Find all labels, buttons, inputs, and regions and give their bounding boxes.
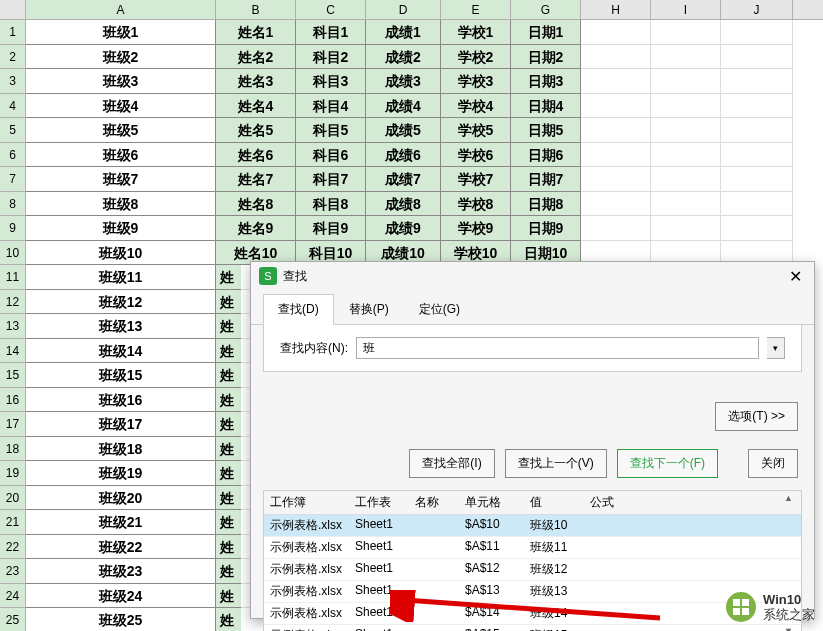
cell[interactable]: 学校5 [441,118,511,143]
row-header[interactable]: 19 [0,461,26,486]
cell[interactable]: 科目9 [296,216,366,241]
cell[interactable]: 日期1 [511,20,581,45]
cell[interactable]: 班级24 [26,584,216,609]
row-header[interactable]: 20 [0,486,26,511]
cell[interactable]: 成绩3 [366,69,441,94]
cell[interactable]: 班级17 [26,412,216,437]
cell[interactable] [651,20,721,45]
col-cell[interactable]: 单元格 [459,491,524,514]
cell[interactable] [721,20,793,45]
cell[interactable] [651,167,721,192]
cell[interactable]: 班级7 [26,167,216,192]
cell[interactable] [581,45,651,70]
cell[interactable]: 姓 [216,314,241,339]
cell[interactable]: 姓名2 [216,45,296,70]
row-header[interactable]: 23 [0,559,26,584]
row-header[interactable]: 14 [0,339,26,364]
cell[interactable]: 学校6 [441,143,511,168]
cell[interactable]: 班级9 [26,216,216,241]
cell[interactable]: 姓 [216,265,241,290]
cell[interactable]: 班级15 [26,363,216,388]
cell[interactable]: 班级5 [26,118,216,143]
row-header[interactable]: 8 [0,192,26,217]
dialog-titlebar[interactable]: S 查找 ✕ [251,262,814,290]
col-header-D[interactable]: D [366,0,441,19]
cell[interactable]: 姓 [216,363,241,388]
cell[interactable]: 姓名3 [216,69,296,94]
close-button[interactable]: 关闭 [748,449,798,478]
search-dropdown-icon[interactable]: ▾ [767,337,785,359]
row-header[interactable]: 3 [0,69,26,94]
cell[interactable] [581,167,651,192]
row-header[interactable]: 24 [0,584,26,609]
col-header-I[interactable]: I [651,0,721,19]
cell[interactable] [721,192,793,217]
cell[interactable]: 日期7 [511,167,581,192]
cell[interactable]: 学校8 [441,192,511,217]
col-sheet[interactable]: 工作表 [349,491,409,514]
tab-replace[interactable]: 替换(P) [334,294,404,324]
cell[interactable]: 班级21 [26,510,216,535]
row-header[interactable]: 11 [0,265,26,290]
row-header[interactable]: 7 [0,167,26,192]
row-header[interactable]: 1 [0,20,26,45]
cell[interactable]: 班级20 [26,486,216,511]
cell[interactable]: 成绩6 [366,143,441,168]
cell[interactable]: 姓 [216,339,241,364]
cell[interactable]: 姓名1 [216,20,296,45]
cell[interactable]: 班级19 [26,461,216,486]
close-icon[interactable]: ✕ [785,267,806,286]
cell[interactable]: 班级10 [26,241,216,266]
scroll-down-icon[interactable]: ▼ [778,625,799,631]
cell[interactable] [651,143,721,168]
row-header[interactable]: 9 [0,216,26,241]
cell[interactable]: 姓 [216,437,241,462]
find-all-button[interactable]: 查找全部(I) [409,449,494,478]
cell[interactable]: 学校7 [441,167,511,192]
results-row[interactable]: 示例表格.xlsxSheet1$A$10班级10 [264,515,801,537]
cell[interactable]: 科目4 [296,94,366,119]
cell[interactable] [721,143,793,168]
cell[interactable]: 姓 [216,290,241,315]
cell[interactable]: 姓 [216,388,241,413]
cell[interactable] [651,45,721,70]
row-header[interactable]: 12 [0,290,26,315]
row-header[interactable]: 5 [0,118,26,143]
cell[interactable] [581,20,651,45]
cell[interactable]: 科目7 [296,167,366,192]
cell[interactable]: 学校9 [441,216,511,241]
cell[interactable]: 成绩7 [366,167,441,192]
cell[interactable] [581,69,651,94]
cell[interactable]: 姓名7 [216,167,296,192]
col-header-E[interactable]: E [441,0,511,19]
row-header[interactable]: 22 [0,535,26,560]
results-row[interactable]: 示例表格.xlsxSheet1$A$12班级12 [264,559,801,581]
col-name[interactable]: 名称 [409,491,459,514]
cell[interactable]: 成绩9 [366,216,441,241]
cell[interactable] [651,69,721,94]
cell[interactable]: 学校2 [441,45,511,70]
cell[interactable]: 班级12 [26,290,216,315]
cell[interactable] [581,192,651,217]
cell[interactable]: 姓 [216,486,241,511]
tab-goto[interactable]: 定位(G) [404,294,475,324]
cell[interactable] [721,216,793,241]
cell[interactable]: 成绩1 [366,20,441,45]
options-button[interactable]: 选项(T) >> [715,402,798,431]
cell[interactable]: 班级2 [26,45,216,70]
row-header[interactable]: 2 [0,45,26,70]
cell[interactable]: 成绩5 [366,118,441,143]
cell[interactable]: 成绩2 [366,45,441,70]
results-row[interactable]: 示例表格.xlsxSheet1$A$11班级11 [264,537,801,559]
cell[interactable]: 班级16 [26,388,216,413]
cell[interactable]: 班级22 [26,535,216,560]
cell[interactable]: 班级13 [26,314,216,339]
cell[interactable]: 姓名8 [216,192,296,217]
cell[interactable]: 班级18 [26,437,216,462]
tab-find[interactable]: 查找(D) [263,294,334,325]
cell[interactable] [651,216,721,241]
cell[interactable]: 班级25 [26,608,216,631]
cell[interactable]: 学校4 [441,94,511,119]
cell[interactable]: 日期3 [511,69,581,94]
cell[interactable] [721,94,793,119]
